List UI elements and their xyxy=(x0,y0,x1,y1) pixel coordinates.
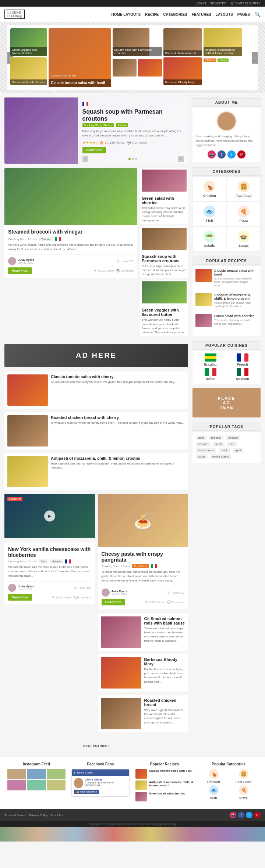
video-post-area: FOOD TV ▶ New York vanilla cheesecake wi… xyxy=(4,494,95,736)
cheesy-text: To make the pangritata, lightly toast th… xyxy=(102,570,185,583)
tag-whole-grains[interactable]: whole grains xyxy=(210,454,231,459)
logo[interactable]: LEGEND food blog xyxy=(4,10,25,19)
cuisine-brazilian[interactable]: Brazilian xyxy=(195,353,226,366)
footer-cat-pizza[interactable]: 🍕 Pizza xyxy=(229,785,258,800)
category-soups[interactable]: 🍲 Soups xyxy=(227,227,261,252)
tag-chicken[interactable]: chicken xyxy=(196,442,211,447)
nav-recipe[interactable]: RECIPE xyxy=(145,13,159,17)
about-link[interactable]: About Us xyxy=(50,814,63,817)
steamed-read-more-button[interactable]: Read More xyxy=(8,267,32,274)
carousel-badge-chicken: Chicken xyxy=(204,58,216,62)
nav-features[interactable]: FEATURES xyxy=(192,13,211,17)
small-post-2-excerpt: Put a very large saucepan on a medium he… xyxy=(142,264,187,277)
ad-banner: AD HERE xyxy=(4,344,188,367)
tag-mints[interactable]: mints xyxy=(213,442,225,447)
logo-line1: LEGEND xyxy=(7,11,22,14)
steamed-broccoli-post: Steamed broccoli with vinegar Cooking Ti… xyxy=(4,168,137,278)
cat-pizza-label: Pizza xyxy=(239,219,248,223)
search-icon[interactable]: 🔍 xyxy=(254,11,261,17)
login-link[interactable]: LOGIN xyxy=(196,1,206,5)
insta-thumb-2[interactable] xyxy=(27,769,46,779)
tag-cheese[interactable]: cheese xyxy=(226,435,240,440)
insta-thumb-1[interactable] xyxy=(7,769,26,779)
small-post-3-title: Green veggies with flavoured butter xyxy=(142,308,187,317)
footer-cat-fastfood[interactable]: 🍔 Fast Food xyxy=(229,769,258,784)
carousel-label-1: Green veggies with flavoured butter xyxy=(10,47,47,56)
next-entries-button[interactable]: NEXT ENTRIES › xyxy=(4,740,188,751)
tag-bee[interactable]: bee xyxy=(227,442,236,447)
tag-spirit[interactable]: spirit xyxy=(233,448,243,453)
steamed-author-avatar xyxy=(8,257,16,265)
cat-fastfood-label: Fast Food xyxy=(236,194,251,198)
steamed-likes: Like 277 xyxy=(123,260,134,263)
featured-read-more-button[interactable]: Read More xyxy=(82,147,106,153)
cheesy-like-button[interactable]: ♥ xyxy=(167,590,170,595)
popular-title-1: Classic tomato salsa with basil xyxy=(214,269,258,276)
cuisine-french[interactable]: French xyxy=(227,353,258,366)
category-pizza[interactable]: 🍕 Pizza xyxy=(227,202,261,227)
nav-pages[interactable]: PAGES xyxy=(237,13,250,17)
popular-thumb-3 xyxy=(195,314,212,327)
steamed-like-button[interactable]: ♥ xyxy=(116,258,119,264)
cheesecake-read-more-button[interactable]: Read More xyxy=(8,594,32,601)
play-button[interactable]: ▶ xyxy=(44,511,55,522)
nav-categories[interactable]: CATEGORIES xyxy=(163,13,187,17)
top-bar: LOGIN REGISTER 🛒 CART IS EMPTY xyxy=(0,0,265,7)
pinterest-icon[interactable]: P xyxy=(237,150,245,159)
twitter-icon[interactable]: t xyxy=(227,150,236,159)
popular-item-1: Classic tomato salsa with basil An old-s… xyxy=(195,269,258,290)
footer-facebook-icon[interactable]: f xyxy=(238,812,244,818)
cart-link[interactable]: 🛒 CART IS EMPTY xyxy=(230,1,261,5)
cuisine-mexican[interactable]: Mexican xyxy=(227,368,258,381)
tag-beef[interactable]: beef xyxy=(196,435,206,440)
footer-fastfood-icon: 🍔 xyxy=(239,769,248,779)
footer-chicken-label: Chicken xyxy=(207,780,220,784)
footer-twitter-icon[interactable]: t xyxy=(246,812,252,818)
carousel-cooking-time: Cooking Time: 30 min xyxy=(51,74,76,77)
footer-social: 📷 f t P xyxy=(230,812,261,818)
tags-container: beef broccoli cheese chicken mints bee m… xyxy=(192,432,261,463)
insta-thumb-6[interactable] xyxy=(47,780,66,790)
antipasti-post-excerpt: Heat a griddle pan until its really smok… xyxy=(51,462,185,470)
video-label: FOOD TV xyxy=(7,497,22,501)
featured-prev-button[interactable]: ‹ xyxy=(82,156,88,162)
footer-pinterest-icon[interactable]: P xyxy=(254,812,261,818)
privacy-link[interactable]: Privacy Policy xyxy=(29,814,48,817)
cheesecake-author-name: Julia Myers xyxy=(18,585,34,588)
carousel-label-squash: Squash soup with Parmesan croutons xyxy=(113,47,162,56)
insta-thumb-3[interactable] xyxy=(47,769,66,779)
cheesecake-like-button[interactable]: ♥ xyxy=(74,585,77,591)
cuisine-italian[interactable]: Italian xyxy=(195,368,226,381)
facebook-section: Facebook Fans f Jamie Oliver Jamie Olive… xyxy=(68,762,132,803)
nav-home[interactable]: HOME LAYOUTS xyxy=(111,13,141,17)
tag-sushi[interactable]: sushi xyxy=(196,454,208,459)
small-post-3: Green veggies with flavoured butter This… xyxy=(140,280,188,336)
footer-cat-chicken[interactable]: 🍗 Chicken xyxy=(199,769,228,784)
cheesy-read-more-button[interactable]: Read More xyxy=(102,599,126,605)
category-chicken[interactable]: 🍗 Chicken xyxy=(192,177,227,202)
tag-quick[interactable]: quick xyxy=(219,448,230,453)
category-fish[interactable]: 🐟 Fish xyxy=(192,202,227,227)
footer-instagram-icon[interactable]: 📷 xyxy=(230,812,236,818)
popular-tags-section: POPULAR TAGS beef broccoli cheese chicke… xyxy=(192,422,261,463)
tag-mushrooms[interactable]: mushrooms xyxy=(196,448,216,453)
cheesy-author-name: Julia Myers xyxy=(112,590,128,593)
insta-thumb-4[interactable] xyxy=(7,780,26,790)
tag-broccoli[interactable]: broccoli xyxy=(209,435,224,440)
nav-layouts[interactable]: LAYOUTS xyxy=(216,13,233,17)
popular-item-3: Green salad with cherries This salad rec… xyxy=(195,314,258,330)
register-link[interactable]: REGISTER xyxy=(210,1,227,5)
france-label: French xyxy=(237,363,248,366)
fb-like-button[interactable]: 👍 Мне нравится xyxy=(74,790,99,794)
insta-thumb-5[interactable] xyxy=(27,780,46,790)
terms-link[interactable]: Terms of Service xyxy=(4,814,26,817)
category-salads[interactable]: 🥗 Salads xyxy=(192,227,227,252)
category-fastfood[interactable]: 🍔 Fast Food xyxy=(227,177,261,202)
pri-item-3: Green salad with cherries xyxy=(135,792,194,801)
cheesecake-post: New York vanilla cheesecake with blueber… xyxy=(4,542,95,604)
carousel-next-button[interactable]: › xyxy=(252,52,258,64)
footer-cat-fish[interactable]: 🐟 Fish xyxy=(199,785,228,800)
instagram-icon[interactable]: 📷 xyxy=(208,150,216,159)
featured-next-button[interactable]: › xyxy=(178,156,184,162)
facebook-icon[interactable]: f xyxy=(218,150,226,159)
